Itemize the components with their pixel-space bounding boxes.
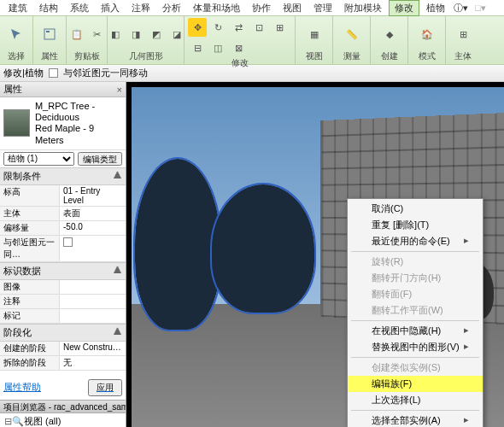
menu-item[interactable]: 管理 (308, 1, 337, 15)
ribbon-group-host: ⊞ 主体 (446, 16, 480, 64)
menu-item[interactable]: 系统 (65, 1, 94, 15)
paste-icon[interactable]: 📋 (67, 25, 86, 44)
tool-icon[interactable]: ↻ (208, 18, 227, 37)
context-menu-item[interactable]: 上次选择(L) (348, 392, 483, 408)
ribbon-label: 剪贴板 (74, 50, 100, 62)
ribbon-label: 主体 (454, 50, 472, 62)
move-icon[interactable]: ✥ (188, 18, 207, 37)
ribbon-group-properties: 属性 (33, 16, 67, 64)
menu-item[interactable]: 附加模块 (339, 1, 387, 15)
3d-viewport[interactable]: 取消(C)重复 [删除](T)最近使用的命令(E)旋转(R)翻转开门方向(H)翻… (126, 82, 504, 427)
tree-element-selected[interactable] (212, 184, 314, 313)
type-selector[interactable]: M_RPC Tree - Deciduous Red Maple - 9 Met… (0, 97, 126, 149)
host-icon[interactable]: ⊞ (450, 21, 476, 47)
context-menu-item: 翻转面(F) (348, 286, 483, 302)
properties-header: 属性 × (0, 82, 126, 97)
prop-row[interactable]: 标高01 - Entry Level (0, 185, 126, 207)
project-browser-header: 项目浏览器 - rac_advanced_sample_… (0, 400, 126, 413)
options-bar: 修改|植物 与邻近图元一同移动 (0, 65, 504, 82)
ribbon-group-select: 选择 (0, 16, 33, 64)
prop-row[interactable]: 与邻近图元一同… (0, 236, 126, 262)
properties-icon[interactable] (37, 21, 62, 47)
menu-item[interactable]: 插入 (96, 1, 125, 15)
menu-item[interactable]: 分析 (157, 1, 186, 15)
create-icon[interactable]: ◆ (380, 25, 399, 44)
ribbon-label: 修改 (231, 57, 249, 69)
context-menu-separator (351, 410, 479, 411)
menu-item[interactable]: 植物 (421, 1, 450, 15)
ribbon-group-view: ▦ 视图 (296, 16, 333, 64)
prop-row[interactable]: 标记 (0, 309, 126, 324)
tool-icon[interactable]: ⊠ (229, 38, 248, 57)
left-panel: 属性 × M_RPC Tree - Deciduous Red Maple - … (0, 82, 126, 427)
checkbox[interactable] (63, 237, 73, 247)
context-menu-item[interactable]: 取消(C) (348, 201, 483, 217)
measure-icon[interactable]: 📏 (343, 25, 361, 44)
copy-icon[interactable]: ✂ (88, 25, 107, 44)
section-phasing[interactable]: 阶段化⯅ (0, 324, 126, 342)
ribbon-label: 模式 (419, 50, 436, 62)
prop-row[interactable]: 偏移量-50.0 (0, 221, 126, 236)
prop-row[interactable]: 图像 (0, 280, 126, 295)
context-menu-separator (351, 251, 479, 252)
menubar-trailing: □▾ (475, 3, 486, 14)
menu-item-modify[interactable]: 修改 (389, 0, 419, 16)
apply-button[interactable]: 应用 (88, 379, 122, 396)
ribbon-label: 选择 (8, 50, 25, 62)
tool-icon[interactable]: ⊞ (270, 18, 289, 37)
svg-rect-0 (44, 29, 55, 39)
close-icon[interactable]: × (117, 85, 122, 95)
tree-root[interactable]: ⊟🔍视图 (all) (2, 415, 124, 427)
ribbon-group-measure: 📏 测量 (333, 16, 371, 64)
geom-icon[interactable]: ◪ (167, 25, 186, 44)
context-menu-item[interactable]: 替换视图中的图形(V) (348, 339, 483, 355)
menu-item[interactable]: 注释 (126, 1, 155, 15)
ribbon-group-geometry: ◧ ◨ ◩ ◪ 几何图形 (108, 16, 185, 64)
section-identity[interactable]: 标识数据⯅ (0, 262, 126, 280)
geom-icon[interactable]: ◧ (106, 25, 125, 44)
prop-row[interactable]: 注释 (0, 295, 126, 309)
ribbon-label: 属性 (41, 50, 58, 62)
context-menu-item: 旋转(R) (348, 254, 483, 270)
ribbon-label: 创建 (381, 50, 398, 62)
menu-item[interactable]: 建筑 (3, 1, 32, 15)
menu-item[interactable]: 结构 (34, 1, 63, 15)
geom-icon[interactable]: ◨ (126, 25, 145, 44)
context-menu-separator (351, 320, 479, 321)
options-label: 修改|植物 (3, 67, 44, 79)
ribbon-label: 几何图形 (129, 50, 163, 62)
checkbox-label: 与邻近图元一同移动 (63, 67, 148, 79)
section-constraints[interactable]: 限制条件⯅ (0, 167, 126, 185)
select-icon[interactable] (3, 21, 29, 47)
edit-host-icon[interactable]: 🏠 (414, 21, 440, 47)
project-browser-tree: ⊟🔍视图 (all) ⊞楼层平面 (Floor Plan) ⊞天花板平面 (Ce… (0, 413, 126, 427)
context-menu-item: 翻转开门方向(H) (348, 270, 483, 286)
context-menu-item[interactable]: 在视图中隐藏(H) (348, 323, 483, 339)
prop-row[interactable]: 拆除的阶段无 (0, 356, 126, 371)
tool-icon[interactable]: ◫ (208, 38, 227, 57)
category-select[interactable]: 植物 (1) (3, 152, 74, 166)
svg-rect-1 (46, 31, 50, 32)
ribbon-group-clipboard: 📋✂ 剪贴板 (67, 16, 108, 64)
help-icon[interactable]: ⓘ▾ (454, 2, 468, 15)
context-menu-item[interactable]: 编辑族(F) (348, 376, 483, 392)
context-menu-item[interactable]: 最近使用的命令(E) (348, 233, 483, 249)
view-icon[interactable]: ▦ (305, 25, 324, 44)
prop-row[interactable]: 主体表面 (0, 207, 126, 221)
tool-icon[interactable]: ⊟ (188, 38, 207, 57)
tool-icon[interactable]: ⊡ (249, 18, 268, 37)
edit-type-button[interactable]: 编辑类型 (78, 152, 122, 166)
context-menu-item[interactable]: 重复 [删除](T) (348, 217, 483, 233)
menu-item[interactable]: 视图 (278, 1, 307, 15)
context-menu: 取消(C)重复 [删除](T)最近使用的命令(E)旋转(R)翻转开门方向(H)翻… (347, 198, 483, 427)
type-name: M_RPC Tree - Deciduous Red Maple - 9 Met… (35, 101, 122, 146)
menu-item[interactable]: 协作 (247, 1, 276, 15)
prop-row[interactable]: 创建的阶段New Constru… (0, 342, 126, 356)
tool-icon[interactable]: ⇄ (229, 18, 248, 37)
context-menu-item[interactable]: 选择全部实例(A) (348, 412, 483, 427)
tree-element-selected[interactable] (135, 159, 220, 330)
geom-icon[interactable]: ◩ (147, 25, 166, 44)
properties-help-link[interactable]: 属性帮助 (3, 381, 41, 394)
move-with-neighbors-checkbox[interactable] (49, 68, 58, 78)
menu-item[interactable]: 体量和场地 (188, 1, 245, 15)
